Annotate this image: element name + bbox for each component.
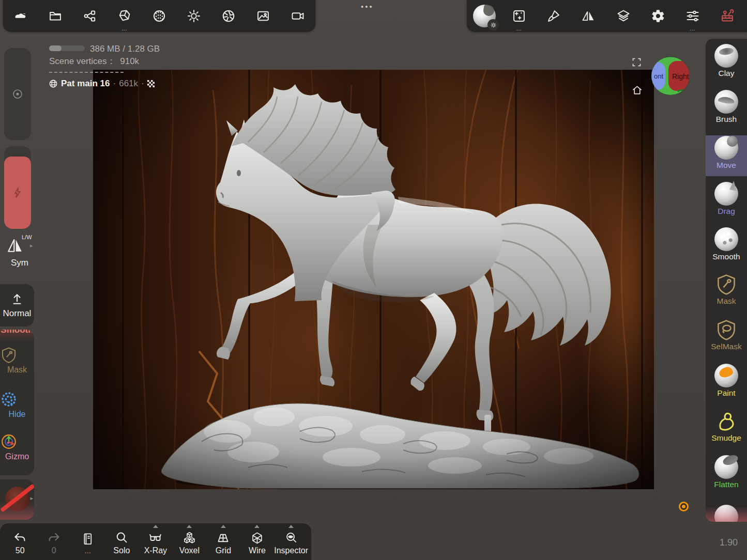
app-window: … xyxy=(0,0,747,560)
paint-tools-icon[interactable] xyxy=(541,4,566,28)
camera-video-icon[interactable] xyxy=(285,4,310,28)
image-export-icon[interactable] xyxy=(251,4,276,28)
active-layer-row[interactable]: Pat main 16 · 661k · xyxy=(49,79,155,89)
left-tool-mask[interactable]: Mask xyxy=(0,346,34,375)
selmask-shield-icon xyxy=(715,318,738,341)
tool-move[interactable]: Move xyxy=(706,136,747,170)
node-graph-icon[interactable] xyxy=(78,4,102,28)
brush-radius-slider[interactable] xyxy=(4,48,31,140)
wireframe-icon xyxy=(250,531,264,545)
mesh-icon[interactable]: … xyxy=(112,4,137,28)
tool-clay[interactable]: Clay xyxy=(706,44,747,78)
zoom-level: 1.90 xyxy=(720,537,738,548)
symmetry-toggle[interactable]: L/W ▸ Sym xyxy=(5,235,34,268)
smooth-sphere-icon xyxy=(714,227,738,251)
fullscreen-icon[interactable] xyxy=(631,57,642,68)
wire-button[interactable]: Wire xyxy=(240,523,275,560)
sculpt-viewport[interactable] xyxy=(93,70,654,489)
solo-magnifier-icon xyxy=(115,531,129,545)
inspector-button[interactable]: Inspector xyxy=(274,523,308,560)
scene-vertices: Scene vertices： 910k xyxy=(49,55,139,67)
symmetry-icon[interactable] xyxy=(576,4,601,28)
xray-caret-icon xyxy=(153,525,158,528)
lighting-icon[interactable] xyxy=(181,4,206,28)
tool-paint[interactable]: Paint xyxy=(706,364,747,398)
stamps-more-dots: … xyxy=(507,26,531,30)
layer-sep2: · xyxy=(141,79,144,89)
material-expand-arrow[interactable]: ▸ xyxy=(30,495,33,502)
navigation-sphere[interactable]: ont Right xyxy=(651,56,690,96)
toolbar-top-right: … xyxy=(467,0,747,32)
notebook-icon xyxy=(81,532,95,546)
tool-brush[interactable]: Brush xyxy=(706,90,747,124)
settings-gear-icon[interactable] xyxy=(646,4,670,28)
home-icon[interactable] xyxy=(631,84,643,96)
viewport-bottom-toolbar: 50 0 … Solo xyxy=(0,523,311,560)
files-icon[interactable] xyxy=(43,4,68,28)
app-logo[interactable] xyxy=(8,4,33,28)
voxel-caret-icon xyxy=(187,525,192,528)
tool-flatten[interactable]: Flatten xyxy=(706,455,747,489)
scene-vertices-value: 910k xyxy=(120,56,139,66)
tool-drag[interactable]: Drag xyxy=(706,182,747,216)
left-tool-hide[interactable]: Hide xyxy=(0,391,34,419)
history-notes-button[interactable]: … xyxy=(71,523,105,560)
pivot-indicator-icon[interactable] xyxy=(679,502,689,511)
radius-dot-icon xyxy=(11,88,24,100)
left-hide-label: Hide xyxy=(0,410,34,419)
layers-icon[interactable] xyxy=(611,4,636,28)
toolbar-top-left: … xyxy=(3,0,315,32)
undo-count: 50 xyxy=(16,546,25,555)
tool-mask[interactable]: Mask xyxy=(706,273,747,306)
tool-smudge[interactable]: Smudge xyxy=(706,410,747,443)
brush-sphere-icon xyxy=(714,90,738,114)
drag-sphere-icon xyxy=(714,182,738,206)
sym-expand-arrow[interactable]: ▸ xyxy=(30,242,33,249)
smudge-finger-icon xyxy=(715,410,738,432)
gizmo-icon xyxy=(0,433,18,450)
lightning-icon xyxy=(11,186,24,199)
stats-separator xyxy=(49,72,124,73)
move-sphere-icon xyxy=(714,136,738,160)
nav-front-label: ont xyxy=(654,72,663,80)
debug-toolbox-icon[interactable] xyxy=(715,4,740,28)
redo-icon xyxy=(47,531,61,545)
texture-sphere-icon[interactable] xyxy=(147,4,172,28)
render-aperture-icon[interactable] xyxy=(216,4,241,28)
grid-button[interactable]: Grid xyxy=(206,523,240,560)
voxel-button[interactable]: Voxel xyxy=(173,523,207,560)
intensity-fill xyxy=(4,157,31,229)
tool-selmask[interactable]: SelMask xyxy=(706,318,747,351)
left-mask-label: Mask xyxy=(0,365,34,375)
material-none-panel[interactable]: ▸ xyxy=(0,479,34,520)
solo-button[interactable]: Solo xyxy=(105,523,139,560)
interface-sliders-icon[interactable]: … xyxy=(680,4,705,28)
redo-button[interactable]: 0 xyxy=(37,523,71,560)
material-matcap-button[interactable] xyxy=(472,4,497,28)
tool-smooth[interactable]: Smooth xyxy=(706,227,747,261)
brush-intensity-slider[interactable] xyxy=(4,146,31,229)
layer-name: Pat main 16 xyxy=(61,79,110,89)
stamps-icon[interactable]: … xyxy=(507,4,531,28)
smooth-peek-item[interactable]: Smooth xyxy=(0,330,34,342)
undo-button[interactable]: 50 xyxy=(3,523,37,560)
inspector-eye-icon xyxy=(284,531,298,545)
layer-checker-icon xyxy=(147,80,155,87)
stroke-normal-button[interactable]: Normal xyxy=(0,284,34,326)
memory-usage-bar xyxy=(49,45,85,51)
mesh-more-dots: … xyxy=(112,26,137,30)
window-drag-handle[interactable]: ••• xyxy=(361,2,374,11)
xray-button[interactable]: X-Ray xyxy=(139,523,173,560)
matcap-gear-badge-icon xyxy=(487,19,499,30)
left-tool-gizmo[interactable]: Gizmo xyxy=(0,433,34,461)
voxel-cubes-icon xyxy=(182,531,196,545)
flatten-sphere-icon xyxy=(714,455,738,479)
arrow-up-icon xyxy=(10,292,24,306)
paint-sphere-icon xyxy=(714,364,738,387)
nav-right-label: Right xyxy=(672,72,689,81)
grid-plane-icon xyxy=(216,531,230,545)
inspector-caret-icon xyxy=(288,525,294,528)
undo-icon xyxy=(13,531,27,545)
mask-shield-icon xyxy=(715,273,738,295)
layer-vertices: 661k xyxy=(119,79,138,89)
